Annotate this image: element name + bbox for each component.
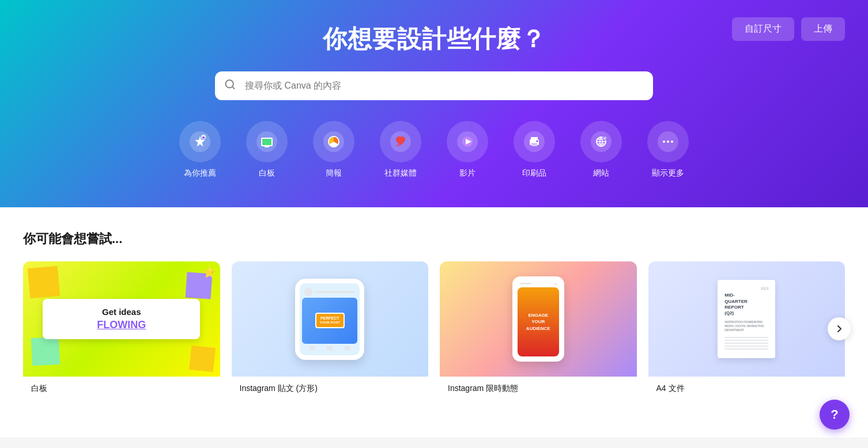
category-label-video: 影片 [459,168,475,179]
template-label-whiteboard: 白板 [23,377,220,401]
template-thumb-a4-doc: 2023 MID-QUARTERREPORT(Q2) INSPIRATION F… [648,261,846,377]
sidebar-item-more[interactable]: 顯示更多 [645,121,691,179]
sidebar-item-recommended[interactable]: 為你推薦 [177,121,223,179]
star-icon: ⭐ [203,266,216,279]
template-grid-container: Get ideas FLOWING ⭐ 白板 [23,261,845,401]
category-label-print: 印刷品 [522,168,546,179]
sidebar-item-website[interactable]: 網站 [578,121,624,179]
custom-size-button[interactable]: 自訂尺寸 [732,17,794,41]
template-thumb-whiteboard: Get ideas FLOWING ⭐ [23,261,220,377]
search-bar-wrapper [215,71,653,100]
try-section-title: 你可能會想嘗試... [23,230,845,248]
sidebar-item-video[interactable]: 影片 [444,121,490,179]
sidebar-item-print[interactable]: 印刷品 [511,121,557,179]
upload-button[interactable]: 上傳 [801,17,845,41]
svg-point-26 [602,136,607,141]
website-icon [580,121,622,162]
category-label-whiteboard: 白板 [259,168,275,179]
presentation-icon [313,121,354,162]
more-icon [647,121,689,162]
recommended-icon [179,121,221,162]
category-label-website: 網站 [593,168,609,179]
svg-point-29 [667,141,669,143]
video-icon [447,121,488,162]
svg-rect-7 [265,146,269,147]
sidebar-item-whiteboard[interactable]: 白板 [244,121,290,179]
svg-point-28 [663,141,665,143]
template-card-whiteboard[interactable]: Get ideas FLOWING ⭐ 白板 [23,261,220,401]
whiteboard-icon [246,121,288,162]
category-label-more: 顯示更多 [652,168,684,179]
hero-banner: 自訂尺寸 上傳 你想要設計些什麼？ 為你推薦 [0,0,868,207]
svg-point-30 [671,141,673,143]
category-row: 為你推薦 白板 [35,121,833,179]
instagram-phone-mockup: PERFECT YOUR POST [295,279,364,360]
story-phone-mockup: ENGAGE YOUR AUDIENCE [512,276,564,362]
sidebar-item-social-media[interactable]: 社群媒體 [378,121,424,179]
svg-rect-18 [531,143,537,146]
sidebar-item-presentation[interactable]: 簡報 [311,121,357,179]
template-grid: Get ideas FLOWING ⭐ 白板 [23,261,845,401]
template-thumb-instagram-post: PERFECT YOUR POST [232,261,429,377]
template-card-instagram-story[interactable]: ENGAGE YOUR AUDIENCE Instagram 限時動態 [440,261,637,401]
template-card-a4-doc[interactable]: 2023 MID-QUARTERREPORT(Q2) INSPIRATION F… [648,261,846,401]
hero-top-buttons: 自訂尺寸 上傳 [732,17,845,41]
help-button[interactable]: ? [820,400,850,430]
category-label-presentation: 簡報 [326,168,342,179]
svg-point-20 [537,141,538,142]
svg-rect-11 [397,144,400,146]
doc-paper-mockup: 2023 MID-QUARTERREPORT(Q2) INSPIRATION F… [718,280,775,358]
category-label-recommended: 為你推薦 [184,168,216,179]
template-card-instagram-post[interactable]: PERFECT YOUR POST [232,261,429,401]
template-label-instagram-post: Instagram 貼文 (方形) [232,377,429,401]
svg-rect-6 [262,139,271,145]
print-icon [514,121,555,162]
search-input[interactable] [215,71,653,100]
template-label-a4-doc: A4 文件 [648,377,846,401]
svg-rect-19 [531,137,538,141]
template-label-instagram-story: Instagram 限時動態 [440,377,637,401]
social-media-icon [380,121,421,162]
main-content: 你可能會想嘗試... Get ideas FLOWING ⭐ [0,207,868,438]
hero-title: 你想要設計些什麼？ [35,23,833,55]
template-thumb-instagram-story: ENGAGE YOUR AUDIENCE [440,261,637,377]
next-arrow-button[interactable] [828,317,851,340]
category-label-social-media: 社群媒體 [384,168,417,179]
